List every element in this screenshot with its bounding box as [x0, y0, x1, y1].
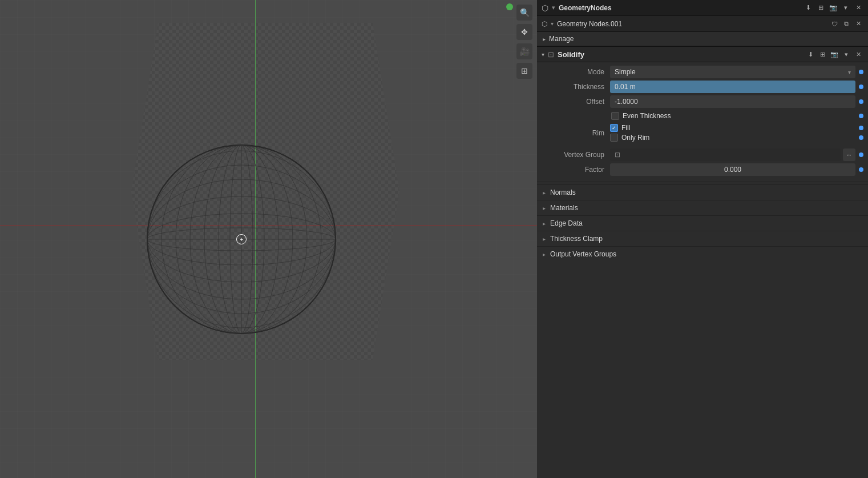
factor-dot	[859, 167, 863, 172]
rim-label: Rim	[542, 129, 610, 137]
even-thickness-checkbox[interactable]	[611, 112, 619, 120]
output-vertex-groups-section[interactable]: ▸ Output Vertex Groups	[537, 246, 868, 262]
only-rim-label: Only Rim	[621, 134, 649, 142]
only-rim-dot	[859, 135, 863, 140]
normals-arrow-icon: ▸	[543, 190, 546, 196]
mode-label: Mode	[542, 68, 610, 76]
only-rim-item: Only Rim	[610, 134, 863, 142]
offset-value[interactable]: -1.0000	[610, 95, 855, 108]
sub-close-icon[interactable]: ✕	[853, 19, 863, 29]
divider-1	[537, 182, 868, 182]
viewport[interactable]: 🔍 ✥ 🎥 ⊞	[0, 0, 537, 478]
pan-tool-icon[interactable]: ✥	[516, 24, 532, 40]
offset-dot	[859, 99, 863, 104]
normals-label: Normals	[550, 188, 576, 196]
quad-view-icon[interactable]: ⊞	[516, 63, 532, 79]
header-close-icon[interactable]: ✕	[853, 3, 863, 13]
header-chevron-icon[interactable]: ▾	[841, 3, 851, 13]
materials-label: Materials	[550, 204, 578, 212]
manage-arrow-icon: ▸	[543, 36, 546, 42]
solidify-close-icon[interactable]: ✕	[853, 49, 863, 59]
node-icon2: ▾	[552, 4, 555, 11]
solidify-chevron-icon[interactable]: ▾	[841, 49, 851, 59]
vertex-group-input[interactable]: ⊡	[610, 148, 841, 161]
solidify-camera-icon[interactable]: 📷	[829, 49, 839, 59]
edge-data-header[interactable]: ▸ Edge Data	[537, 216, 868, 231]
solidify-grid-icon[interactable]: ⊞	[817, 49, 827, 59]
even-thickness-row: Even Thickness	[537, 109, 868, 123]
output-vertex-groups-label: Output Vertex Groups	[550, 250, 616, 258]
camera-view-icon[interactable]: 🎥	[516, 43, 532, 59]
fill-item: ✓ Fill	[610, 124, 863, 132]
mode-dropdown[interactable]: Simple ▾	[610, 66, 855, 78]
mode-value: Simple	[615, 68, 636, 76]
sub-header: ⬡ ▾ Geometry Nodes.001 🛡 ⧉ ✕	[537, 16, 868, 32]
modifier-icon: ⬡	[542, 20, 547, 28]
even-thickness-label: Even Thickness	[623, 112, 671, 120]
rim-row: Rim ✓ Fill Only Rim	[537, 123, 868, 143]
vertex-group-row: Vertex Group ⊡ ↔	[537, 147, 868, 162]
solidify-label: Solidify	[558, 50, 802, 59]
camera-render-icon[interactable]: 📷	[828, 3, 838, 13]
panel-title: GeometryNodes	[559, 4, 800, 12]
thickness-clamp-section[interactable]: ▸ Thickness Clamp	[537, 231, 868, 246]
panel-header-icons: ⬇ ⊞ 📷 ▾ ✕	[803, 3, 863, 13]
thickness-clamp-arrow-icon: ▸	[543, 236, 546, 242]
panel-header: ⬡ ▾ GeometryNodes ⬇ ⊞ 📷 ▾ ✕	[537, 0, 868, 16]
sub-header-chevron[interactable]: ▾	[551, 21, 554, 27]
thickness-value[interactable]: 0.01 m	[610, 81, 855, 93]
materials-arrow-icon: ▸	[543, 205, 546, 211]
fill-label: Fill	[621, 124, 630, 132]
thickness-row: Thickness 0.01 m	[537, 79, 868, 94]
thickness-clamp-header[interactable]: ▸ Thickness Clamp	[537, 231, 868, 246]
thickness-clamp-label: Thickness Clamp	[550, 235, 603, 243]
vertex-group-dot	[859, 152, 863, 157]
properties-section: Mode Simple ▾ Thickness 0.01 m Offset -1…	[537, 62, 868, 179]
vertex-group-expand-icon[interactable]: ↔	[843, 148, 855, 161]
output-vertex-groups-header[interactable]: ▸ Output Vertex Groups	[537, 247, 868, 262]
edge-data-section[interactable]: ▸ Edge Data	[537, 215, 868, 231]
viewport-crosshair	[236, 234, 247, 244]
dropdown-arrow-icon: ▾	[848, 69, 851, 75]
edge-data-label: Edge Data	[550, 219, 583, 227]
status-dot	[506, 3, 513, 10]
factor-label: Factor	[542, 166, 610, 174]
solidify-icons: ⬇ ⊞ 📷 ▾ ✕	[805, 49, 863, 59]
thickness-label: Thickness	[542, 83, 610, 91]
fill-dot	[859, 126, 863, 130]
normals-section[interactable]: ▸ Normals	[537, 184, 868, 200]
materials-section[interactable]: ▸ Materials	[537, 200, 868, 215]
node-icon: ⬡	[542, 3, 548, 13]
vertex-group-icon: ⊡	[615, 151, 620, 159]
thickness-dot	[859, 85, 863, 89]
filter-icon[interactable]: ⬇	[803, 3, 813, 13]
solidify-collapse-icon[interactable]: ▾	[542, 51, 544, 58]
modifier-name: Geometry Nodes.001	[557, 20, 826, 28]
only-rim-checkbox[interactable]	[610, 134, 618, 142]
vertex-group-label: Vertex Group	[542, 151, 610, 159]
output-vertex-groups-arrow-icon: ▸	[543, 251, 546, 258]
normals-header[interactable]: ▸ Normals	[537, 185, 868, 200]
offset-row: Offset -1.0000	[537, 94, 868, 109]
zoom-tool-icon[interactable]: 🔍	[516, 5, 532, 21]
factor-row: Factor 0.000	[537, 162, 868, 177]
manage-section[interactable]: ▸ Manage	[537, 32, 868, 46]
solidify-header: ▾ ⊡ Solidify ⬇ ⊞ 📷 ▾ ✕	[537, 46, 868, 62]
sub-header-icons: 🛡 ⧉ ✕	[829, 19, 863, 29]
copy-icon[interactable]: ⧉	[841, 19, 851, 29]
solidify-modifier-icon: ⊡	[548, 50, 554, 59]
mode-dot	[859, 70, 863, 74]
manage-label: Manage	[549, 35, 574, 43]
grid-layout-icon[interactable]: ⊞	[815, 3, 826, 13]
viewport-toolbar: 🔍 ✥ 🎥 ⊞	[516, 5, 532, 79]
offset-label: Offset	[542, 98, 610, 106]
materials-header[interactable]: ▸ Materials	[537, 200, 868, 215]
mode-row: Mode Simple ▾	[537, 65, 868, 79]
properties-panel: ⬡ ▾ GeometryNodes ⬇ ⊞ 📷 ▾ ✕ ⬡ ▾ Geometry…	[537, 0, 868, 478]
shield-icon[interactable]: 🛡	[829, 19, 839, 29]
even-thickness-dot	[859, 114, 863, 118]
fill-checkbox[interactable]: ✓	[610, 124, 618, 132]
factor-value[interactable]: 0.000	[610, 163, 855, 176]
rim-checkbox-group: ✓ Fill Only Rim	[610, 124, 863, 142]
solidify-filter-icon[interactable]: ⬇	[805, 49, 815, 59]
